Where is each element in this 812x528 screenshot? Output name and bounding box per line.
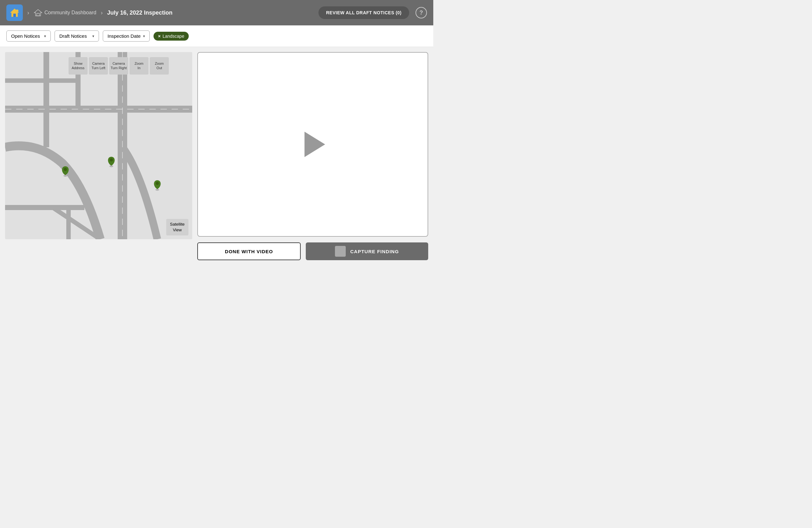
svg-point-21 <box>110 158 113 161</box>
draft-notices-dropdown[interactable]: Draft Notices ▾ <box>55 30 99 42</box>
capture-finding-button[interactable]: CAPTURE FINDING <box>306 242 428 260</box>
inspection-date-label: Inspection Date <box>107 33 141 39</box>
svg-rect-5 <box>37 13 39 16</box>
breadcrumb-home[interactable]: Community Dashboard <box>34 9 97 16</box>
open-notices-dropdown[interactable]: Open Notices ▾ <box>6 30 51 42</box>
breadcrumb-home-label: Community Dashboard <box>44 10 97 16</box>
svg-point-3 <box>16 10 18 12</box>
svg-marker-4 <box>34 10 42 16</box>
breadcrumb-current: July 16, 2022 Inspection <box>107 10 173 16</box>
inspection-date-chevron: ▾ <box>143 34 145 38</box>
app-logo[interactable] <box>6 4 23 21</box>
show-address-button[interactable]: ShowAddress <box>69 57 88 74</box>
svg-point-19 <box>64 168 67 171</box>
filter-remove-icon: × <box>158 34 160 39</box>
filter-tag-label: Landscape <box>162 34 184 39</box>
svg-rect-2 <box>13 14 16 17</box>
svg-point-23 <box>156 182 159 185</box>
done-with-video-button[interactable]: DONE WITH VIDEO <box>197 242 301 260</box>
main-content: ShowAddress CameraTurn Left CameraTurn R… <box>0 47 433 264</box>
map-controls: ShowAddress CameraTurn Left CameraTurn R… <box>69 57 169 74</box>
play-icon <box>304 132 325 157</box>
capture-icon <box>335 246 346 257</box>
draft-notices-label: Draft Notices <box>59 33 87 39</box>
app-header: › Community Dashboard › July 16, 2022 In… <box>0 0 433 25</box>
draft-notices-chevron: ▾ <box>92 34 94 38</box>
review-all-draft-notices-button[interactable]: REVIEW ALL DRAFT NOTICES (0) <box>318 6 409 19</box>
video-actions: DONE WITH VIDEO CAPTURE FINDING <box>197 242 428 261</box>
zoom-out-button[interactable]: ZoomOut <box>150 57 169 74</box>
open-notices-label: Open Notices <box>11 33 40 39</box>
inspection-date-dropdown[interactable]: Inspection Date ▾ <box>103 30 150 42</box>
breadcrumb-arrow-1: › <box>27 10 29 16</box>
landscape-filter-tag[interactable]: × Landscape <box>154 32 189 41</box>
zoom-in-button[interactable]: ZoomIn <box>129 57 148 74</box>
filter-toolbar: Open Notices ▾ Draft Notices ▾ Inspectio… <box>0 25 433 47</box>
capture-finding-label: CAPTURE FINDING <box>350 249 399 254</box>
video-player[interactable] <box>197 52 428 237</box>
map-panel: ShowAddress CameraTurn Left CameraTurn R… <box>5 52 192 239</box>
camera-turn-right-button[interactable]: CameraTurn Right <box>109 57 128 74</box>
open-notices-chevron: ▾ <box>44 34 46 38</box>
breadcrumb-arrow-2: › <box>101 10 103 16</box>
video-section: DONE WITH VIDEO CAPTURE FINDING <box>197 52 428 261</box>
satellite-view-button[interactable]: SatelliteView <box>166 219 188 236</box>
map-container[interactable]: ShowAddress CameraTurn Left CameraTurn R… <box>5 52 192 239</box>
camera-turn-left-button[interactable]: CameraTurn Left <box>89 57 108 74</box>
help-button[interactable]: ? <box>416 7 427 18</box>
